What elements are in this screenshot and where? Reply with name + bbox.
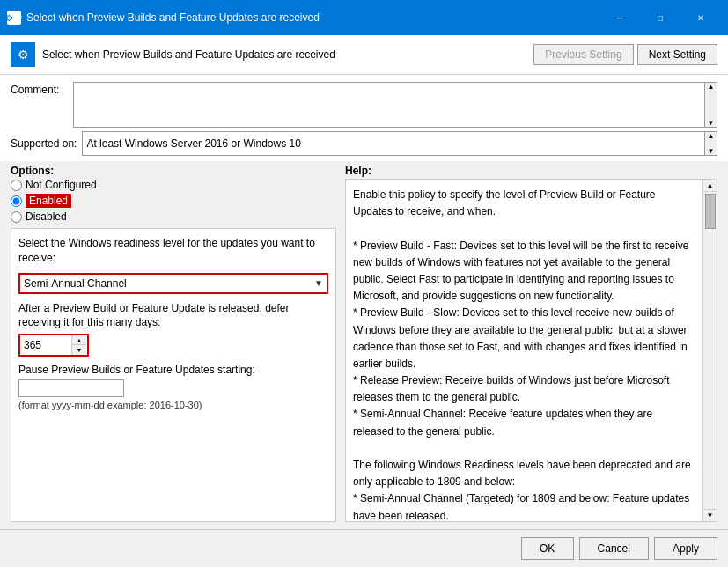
- radio-enabled-input[interactable]: [11, 195, 22, 207]
- defer-spinner: ▲ ▼: [18, 334, 89, 357]
- radio-enabled[interactable]: Enabled: [11, 194, 336, 208]
- comment-label: Comment:: [11, 82, 68, 96]
- enabled-badge: Enabled: [26, 194, 71, 208]
- comment-scroll-up[interactable]: ▲: [705, 83, 717, 91]
- defer-label: After a Preview Build or Feature Update …: [18, 301, 328, 331]
- ok-button[interactable]: OK: [521, 537, 574, 560]
- comment-textarea[interactable]: [73, 82, 705, 128]
- next-setting-button[interactable]: Next Setting: [637, 44, 717, 65]
- supported-area: At least Windows Server 2016 or Windows …: [82, 131, 717, 156]
- spinner-down-button[interactable]: ▼: [72, 345, 86, 355]
- pause-date-input[interactable]: [18, 379, 124, 397]
- help-scroll-track: [703, 192, 717, 509]
- supported-label: Supported on:: [11, 137, 77, 150]
- spinner-up-button[interactable]: ▲: [72, 335, 86, 345]
- window-title: Select when Preview Builds and Feature U…: [26, 11, 320, 24]
- help-scroll-down[interactable]: ▼: [703, 509, 717, 521]
- comment-scroll-down[interactable]: ▼: [705, 119, 717, 127]
- footer: OK Cancel Apply: [0, 529, 728, 567]
- supported-row: Supported on: At least Windows Server 20…: [11, 131, 717, 156]
- help-scrollbar: ▲ ▼: [702, 180, 717, 521]
- channel-dropdown[interactable]: Semi-Annual Channel Semi-Annual Channel …: [20, 275, 327, 292]
- help-box: Enable this policy to specify the level …: [345, 179, 717, 522]
- radio-disabled-input[interactable]: [11, 211, 22, 223]
- supported-value: At least Windows Server 2016 or Windows …: [82, 131, 705, 156]
- title-bar: ⚙ Select when Preview Builds and Feature…: [0, 0, 728, 35]
- main-content: Not Configured Enabled Disabled Select t…: [0, 179, 728, 529]
- supported-scroll-up: ▲: [705, 132, 717, 140]
- apply-button[interactable]: Apply: [654, 537, 717, 560]
- comment-row: Comment: ▲ ▼: [11, 82, 717, 128]
- radio-disabled[interactable]: Disabled: [11, 210, 336, 223]
- pause-section: Pause Preview Builds or Feature Updates …: [18, 364, 328, 410]
- radio-not-configured[interactable]: Not Configured: [11, 179, 336, 191]
- prev-setting-button[interactable]: Previous Setting: [533, 44, 633, 65]
- title-bar-left: ⚙ Select when Preview Builds and Feature…: [7, 11, 320, 25]
- help-text: Enable this policy to specify the level …: [346, 180, 702, 521]
- close-button[interactable]: ✕: [680, 5, 721, 30]
- supported-scrollbar: ▲ ▼: [705, 131, 717, 156]
- minimize-button[interactable]: ─: [599, 5, 640, 30]
- left-section: Not Configured Enabled Disabled Select t…: [11, 179, 336, 522]
- title-bar-controls: ─ □ ✕: [599, 5, 721, 30]
- select-readiness-label: Select the Windows readiness level for t…: [18, 236, 328, 266]
- pause-label: Pause Preview Builds or Feature Updates …: [18, 364, 328, 376]
- window-icon: ⚙: [7, 11, 21, 25]
- window: ⚙ Select when Preview Builds and Feature…: [0, 0, 728, 567]
- radio-group: Not Configured Enabled Disabled: [11, 179, 336, 223]
- help-header: Help:: [345, 165, 717, 177]
- header-icon: ⚙: [11, 42, 35, 67]
- header-title: Select when Preview Builds and Feature U…: [42, 48, 335, 61]
- options-box: Select the Windows readiness level for t…: [11, 228, 336, 522]
- section-headers: Options: Help:: [0, 161, 728, 179]
- defer-input[interactable]: [20, 337, 71, 353]
- maximize-button[interactable]: □: [640, 5, 680, 30]
- comment-area: ▲ ▼: [73, 82, 717, 128]
- cancel-button[interactable]: Cancel: [579, 537, 649, 560]
- channel-dropdown-wrapper: Semi-Annual Channel Semi-Annual Channel …: [18, 273, 328, 294]
- radio-not-configured-input[interactable]: [11, 180, 22, 191]
- header-buttons: Previous Setting Next Setting: [533, 44, 717, 65]
- comment-scrollbar: ▲ ▼: [705, 82, 717, 128]
- help-scroll-thumb[interactable]: [705, 194, 716, 229]
- top-meta-section: Comment: ▲ ▼ Supported on: At least Wind…: [0, 75, 728, 161]
- header-left: ⚙ Select when Preview Builds and Feature…: [11, 42, 335, 67]
- supported-scroll-down: ▼: [705, 147, 717, 155]
- spinner-buttons: ▲ ▼: [71, 335, 86, 355]
- help-scroll-up[interactable]: ▲: [703, 180, 717, 192]
- options-header: Options:: [11, 165, 336, 177]
- pause-format-hint: (format yyyy-mm-dd example: 2016-10-30): [18, 400, 328, 410]
- defer-section: After a Preview Build or Feature Update …: [18, 301, 328, 357]
